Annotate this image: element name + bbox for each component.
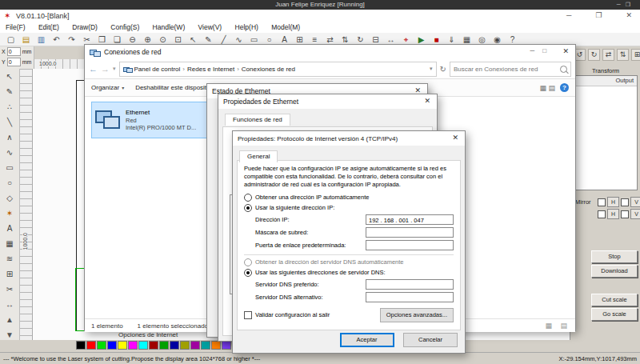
mirror-h-checkbox-2[interactable] bbox=[598, 210, 606, 218]
palette-swatch[interactable] bbox=[190, 341, 200, 350]
flip-horizontal-icon[interactable]: ⇄ bbox=[602, 49, 614, 61]
radio-manual-dns[interactable]: Usar las siguientes direcciones de servi… bbox=[244, 269, 454, 277]
menu-help[interactable]: Help(H) bbox=[230, 22, 264, 33]
cancel-button[interactable]: Cancelar bbox=[403, 333, 458, 347]
menu-draw[interactable]: Draw(D) bbox=[66, 22, 103, 33]
app-minimize-icon[interactable]: ─ bbox=[566, 11, 571, 19]
menu-handle[interactable]: Handle(W) bbox=[147, 22, 191, 33]
breadcrumb-caret-icon[interactable]: ▾ bbox=[430, 66, 433, 72]
explorer-minmax-icons[interactable]: ─□ bbox=[530, 47, 554, 54]
dns-preferred-field[interactable] bbox=[366, 279, 454, 290]
palette-swatch[interactable] bbox=[76, 341, 86, 350]
subnet-mask-field[interactable] bbox=[366, 227, 454, 238]
redo-icon[interactable]: ↷ bbox=[64, 33, 79, 46]
app-maximize-icon[interactable]: ❐ bbox=[595, 11, 602, 19]
palette-swatch[interactable] bbox=[201, 341, 210, 350]
refresh-icon[interactable]: ↻ bbox=[440, 65, 446, 74]
advanced-options-button[interactable]: Opciones avanzadas... bbox=[380, 308, 454, 322]
scan-tool-icon[interactable]: ≋ bbox=[2, 252, 17, 266]
select-tool-icon[interactable]: ↖ bbox=[2, 70, 17, 84]
menu-model[interactable]: Model(M) bbox=[266, 22, 306, 33]
breadcrumb-item-control-panel[interactable]: Panel de control bbox=[134, 66, 181, 73]
statusbar-view-icons[interactable]: ▦ ▤ bbox=[545, 322, 570, 330]
app-close-icon[interactable]: ✕ bbox=[626, 11, 632, 19]
palette-swatch[interactable] bbox=[128, 341, 138, 350]
go-scale-button[interactable]: Go scale bbox=[591, 308, 638, 321]
palette-swatch[interactable] bbox=[180, 341, 190, 350]
mirror-h-button-2[interactable]: H bbox=[607, 209, 619, 219]
history-dropdown-icon[interactable]: ▾ bbox=[113, 66, 116, 72]
move-up-tool-icon[interactable]: ▲ bbox=[2, 313, 17, 327]
line-tool-icon[interactable]: ╲ bbox=[2, 115, 17, 130]
bitmap-tool-icon[interactable]: ▦ bbox=[2, 237, 17, 251]
flip-vertical-icon[interactable]: ⇅ bbox=[617, 49, 629, 61]
cut-tool-icon[interactable]: ✂ bbox=[2, 282, 17, 297]
measure-tool-icon[interactable]: ↔ bbox=[2, 298, 17, 312]
mirror-v-button-1[interactable]: V bbox=[630, 197, 640, 207]
palette-swatch[interactable] bbox=[222, 341, 231, 350]
rotate-cw-icon[interactable]: ↻ bbox=[588, 49, 600, 61]
menu-config[interactable]: Config(S) bbox=[105, 22, 145, 33]
download-button[interactable]: Download bbox=[591, 265, 638, 278]
explorer-close-icon[interactable]: ✕ bbox=[562, 47, 569, 55]
polyline-tool-icon[interactable]: ∧ bbox=[2, 130, 17, 145]
view-toggle-icons[interactable]: ▦ ▤ bbox=[539, 84, 555, 92]
rectangle-tool-icon[interactable]: ▭ bbox=[2, 161, 17, 175]
help-icon[interactable]: ? bbox=[560, 83, 569, 92]
undo-icon[interactable]: ↶ bbox=[49, 33, 64, 46]
text-tool-icon[interactable]: A bbox=[2, 222, 17, 236]
tab-general[interactable]: General bbox=[239, 150, 278, 162]
mirror-h-checkbox-1[interactable] bbox=[598, 198, 606, 206]
palette-swatch[interactable] bbox=[159, 341, 169, 350]
cut-scale-button[interactable]: Cut scale bbox=[591, 294, 638, 306]
dns-alternate-field[interactable] bbox=[366, 292, 454, 302]
back-icon[interactable]: ← bbox=[89, 64, 98, 74]
move-down-tool-icon[interactable]: ▼ bbox=[2, 328, 17, 342]
mirror-v-button-2[interactable]: V bbox=[630, 209, 640, 219]
tab-network-functions[interactable]: Funciones de red bbox=[225, 114, 290, 126]
radio-manual-dns-icon[interactable] bbox=[244, 269, 252, 277]
palette-swatch[interactable] bbox=[97, 341, 106, 350]
radio-manual-ip[interactable]: Usar la siguiente dirección IP: bbox=[244, 204, 454, 212]
radio-auto-ip-icon[interactable] bbox=[244, 194, 252, 202]
organize-button[interactable]: Organizar bbox=[91, 84, 119, 91]
palette-swatch[interactable] bbox=[211, 341, 221, 350]
array-tool-icon[interactable]: ⊞ bbox=[2, 267, 17, 282]
mirror-v-checkbox-2[interactable] bbox=[621, 210, 629, 218]
menu-file[interactable]: File(F) bbox=[0, 22, 31, 33]
validate-checkbox[interactable] bbox=[244, 311, 252, 319]
new-file-icon[interactable]: ▢ bbox=[3, 33, 18, 46]
node-edit-tool-icon[interactable]: ✎ bbox=[2, 85, 17, 99]
polygon-tool-icon[interactable]: ◇ bbox=[2, 191, 17, 206]
accept-button[interactable]: Aceptar bbox=[340, 333, 394, 347]
radio-auto-ip[interactable]: Obtener una dirección IP automáticamente bbox=[244, 194, 454, 202]
mirror-v-checkbox-1[interactable] bbox=[621, 198, 629, 206]
ipv4-close-icon[interactable]: ✕ bbox=[452, 134, 458, 142]
breadcrumb-item-network-connections[interactable]: Conexiones de red bbox=[242, 66, 295, 73]
gateway-field[interactable] bbox=[366, 240, 454, 250]
breadcrumb[interactable]: Panel de control › Redes e Internet › Co… bbox=[119, 62, 437, 77]
point-tool-icon[interactable]: ∴ bbox=[2, 100, 17, 114]
ellipse-tool-icon[interactable]: ○ bbox=[2, 176, 17, 190]
ip-address-field[interactable]: 192 . 168 . 001 . 047 bbox=[366, 214, 454, 225]
mirror-h-button-1[interactable]: H bbox=[607, 197, 619, 207]
layer-list[interactable]: Output bbox=[574, 75, 638, 190]
save-file-icon[interactable]: ▥ bbox=[34, 33, 49, 46]
vm-maximize-icon[interactable]: ❐ bbox=[626, 2, 635, 7]
search-input[interactable]: Buscar en Conexiones de red bbox=[450, 62, 571, 77]
star-tool-icon[interactable]: ✶ bbox=[2, 206, 17, 221]
palette-swatch[interactable] bbox=[107, 341, 117, 350]
palette-swatch[interactable] bbox=[138, 341, 148, 350]
coord-x-value[interactable]: 0 bbox=[7, 47, 21, 56]
open-file-icon[interactable]: ▤ bbox=[18, 33, 34, 46]
palette-swatch[interactable] bbox=[170, 341, 179, 350]
menu-edit[interactable]: Edit(E) bbox=[33, 22, 65, 33]
bezier-tool-icon[interactable]: ∿ bbox=[2, 146, 17, 160]
forward-icon[interactable]: → bbox=[101, 64, 110, 74]
palette-swatch[interactable] bbox=[149, 341, 158, 350]
size-icon[interactable]: ⊞ bbox=[631, 49, 640, 61]
vm-minimize-icon[interactable]: ─ bbox=[617, 2, 626, 7]
stop-button[interactable]: Stop bbox=[591, 250, 638, 263]
breadcrumb-item-network-internet[interactable]: Redes e Internet bbox=[187, 66, 234, 73]
radio-manual-ip-icon[interactable] bbox=[244, 204, 252, 212]
